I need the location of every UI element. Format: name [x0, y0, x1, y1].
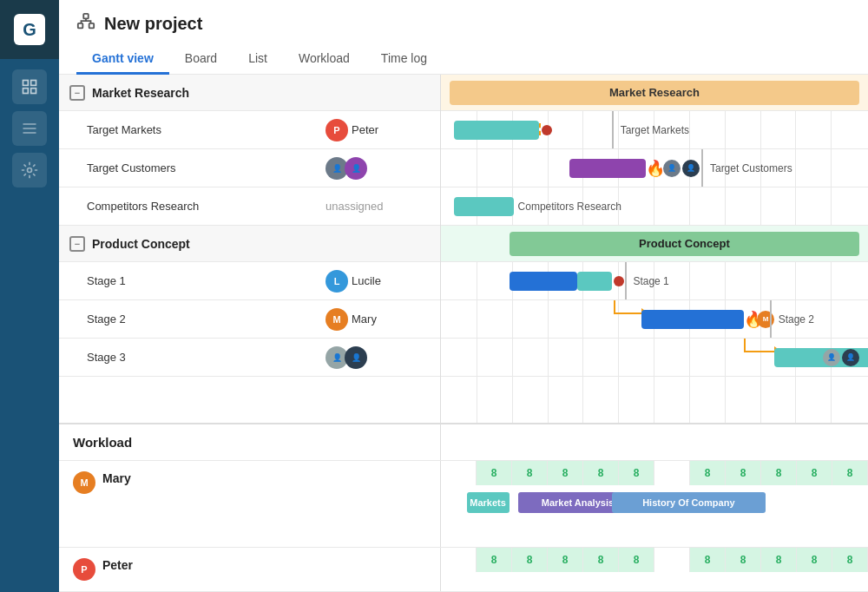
workload-title: Workload [59, 424, 441, 460]
logo-area: G [0, 0, 59, 59]
task-row-stage3: Stage 3 👤 👤 [59, 339, 440, 377]
collapse-icon-2[interactable]: − [69, 236, 85, 252]
avatar-inline-3a: 👤 [823, 349, 840, 366]
num-cell-peter-1: 8 [477, 548, 512, 572]
task-name-competitors-research: Competitors Research [87, 200, 326, 213]
sidebar-nav [0, 59, 59, 187]
svg-rect-5 [83, 14, 89, 19]
wl-bar-history-of-company: History Of Company [612, 492, 766, 513]
sidebar-nav-item-1[interactable] [12, 69, 47, 104]
header: New project Gantt view Board List Worklo… [59, 0, 868, 75]
svg-rect-3 [31, 89, 36, 94]
bar-product-concept: Product Concept [510, 232, 859, 256]
tab-timelog[interactable]: Time log [365, 44, 443, 75]
vsep-1 [612, 111, 614, 148]
milestone-stage1 [614, 276, 624, 286]
milestone-target-markets [542, 125, 552, 135]
bar-label-inline-target-customers: Target Customers [710, 162, 792, 174]
avatar-multi-2: 👤 [345, 157, 367, 180]
assignee-stage3: 👤 👤 [326, 346, 430, 369]
num-cell-peter-4: 8 [583, 548, 619, 572]
task-name-target-customers: Target Customers [87, 161, 326, 174]
tab-gantt[interactable]: Gantt view [76, 44, 169, 75]
svg-rect-2 [23, 89, 29, 94]
workload-row-peter: P Peter 8 8 8 8 8 8 8 8 8 [59, 548, 868, 592]
assignee-stage1: L Lucile [326, 270, 430, 293]
wl-bar-label-market-analysis: Market Analysis [542, 497, 614, 508]
avatar-mary: M [326, 308, 348, 331]
group-name-product-concept: Product Concept [92, 237, 190, 251]
project-title-row: New project [76, 12, 851, 36]
bar-market-research: Market Research [450, 81, 859, 105]
avatar-inline-3b: 👤 [842, 349, 859, 366]
workload-row-mary: M Mary 8 8 8 8 8 8 8 8 [59, 461, 868, 548]
bar-competitors-research [454, 197, 514, 216]
project-icon [76, 12, 95, 36]
assignee-target-customers: 👤 👤 [326, 157, 430, 180]
num-cell-mary-7: 8 [690, 461, 726, 485]
bar-stage1b [577, 272, 611, 291]
num-cell-mary-6 [654, 461, 690, 485]
group-market-research: − Market Research [59, 75, 440, 111]
avatar-inline-mary: M [757, 311, 774, 328]
vsep-2 [701, 149, 703, 187]
numbers-row-peter: 8 8 8 8 8 8 8 8 8 8 [441, 548, 868, 572]
avatar-multi-3b: 👤 [345, 346, 367, 369]
num-cell-mary-1: 8 [477, 461, 512, 485]
assignee-name-lucile: Lucile [352, 274, 381, 287]
num-cell-mary-10: 8 [797, 461, 832, 485]
wl-bar-label-markets: Markets [470, 497, 506, 508]
task-name-target-markets: Target Markets [87, 123, 326, 136]
gantt-area: Market Research Target M [441, 75, 868, 423]
workload-person-left-mary: M Mary [59, 461, 441, 547]
sidebar-nav-item-3[interactable] [12, 153, 47, 187]
project-title: New project [104, 14, 202, 34]
sidebar-nav-item-2[interactable] [12, 111, 47, 146]
bar-label-inline-stage2: Stage 2 [779, 313, 814, 326]
num-cell-mary-3: 8 [548, 461, 583, 485]
num-cell-mary-9: 8 [761, 461, 797, 485]
bar-stage2 [641, 310, 744, 329]
avatar-inline-2: 👤 [682, 160, 700, 177]
task-row-target-customers: Target Customers 👤 👤 [59, 149, 440, 187]
task-row-competitors-research: Competitors Research unassigned [59, 187, 440, 226]
num-cell-mary-0 [441, 461, 477, 485]
avatar-workload-peter: P [73, 558, 95, 581]
task-row-stage1: Stage 1 L Lucile [59, 262, 440, 300]
num-cell-mary-5: 8 [619, 461, 654, 485]
assignee-target-markets: P Peter [326, 119, 430, 141]
vsep-4 [770, 300, 772, 338]
task-name-stage1: Stage 1 [87, 274, 326, 287]
num-cell-mary-4: 8 [583, 461, 619, 485]
workload-right-header [441, 424, 868, 460]
tab-list[interactable]: List [233, 44, 283, 75]
bar-label-product-concept: Product Concept [639, 237, 730, 250]
workload-person-name-mary: Mary [102, 471, 131, 485]
tab-workload[interactable]: Workload [283, 44, 365, 75]
workload-person-left-peter: P Peter [59, 548, 441, 591]
num-cell-peter-2: 8 [512, 548, 548, 572]
task-row-stage2: Stage 2 M Mary [59, 300, 440, 339]
workload-person-name-peter: Peter [102, 558, 133, 572]
tab-bar: Gantt view Board List Workload Time log [76, 44, 851, 74]
svg-rect-6 [78, 23, 83, 29]
num-cell-peter-6 [654, 548, 690, 572]
numbers-row-mary: 8 8 8 8 8 8 8 8 8 8 [441, 461, 868, 485]
assignee-name-peter: Peter [352, 123, 378, 136]
num-cell-mary-11: 8 [832, 461, 868, 485]
bar-stage1 [510, 272, 578, 291]
num-cell-peter-7: 8 [690, 548, 726, 572]
task-name-stage3: Stage 3 [87, 351, 326, 364]
collapse-icon[interactable]: − [69, 85, 85, 101]
num-cell-peter-5: 8 [619, 548, 654, 572]
workload-person-right-peter: 8 8 8 8 8 8 8 8 8 8 [441, 548, 868, 591]
avatar-workload-mary: M [73, 471, 95, 494]
num-cell-peter-0 [441, 548, 477, 572]
tab-board[interactable]: Board [169, 44, 233, 75]
num-cell-peter-10: 8 [797, 548, 832, 572]
num-cell-mary-2: 8 [512, 461, 548, 485]
bar-label-inline-target-markets: Target Markets [621, 124, 689, 136]
avatar-inline-1: 👤 [663, 160, 681, 177]
task-row-target-markets: Target Markets P Peter [59, 111, 440, 149]
num-cell-peter-3: 8 [548, 548, 583, 572]
